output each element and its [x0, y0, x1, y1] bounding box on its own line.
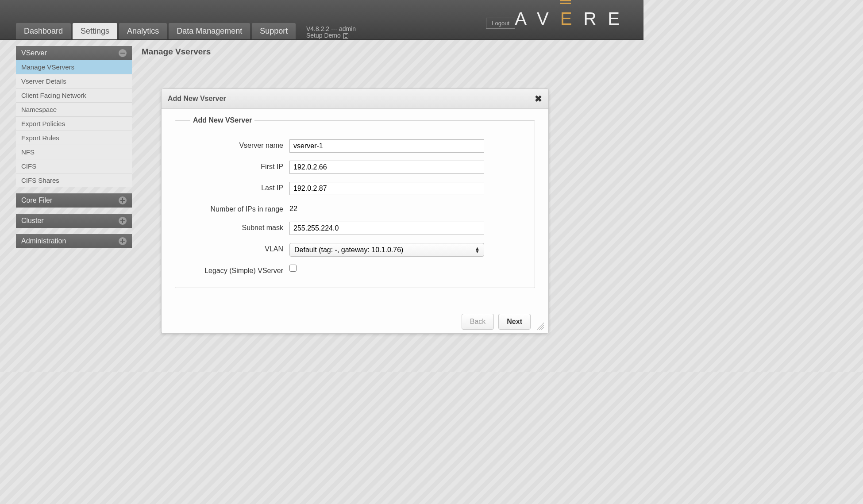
minus-icon [119, 49, 127, 57]
dialog-body: Add New VServer Vserver name First IP La… [162, 109, 548, 310]
tab-support[interactable]: Support [252, 23, 296, 39]
label-first-ip: First IP [188, 161, 289, 171]
sidebar-item-cifs-shares[interactable]: CIFS Shares [16, 173, 132, 187]
logo-letter: V [537, 9, 560, 28]
setup-link[interactable]: Setup Demo [306, 32, 341, 39]
logo-letter: A [515, 9, 537, 28]
plus-icon [119, 237, 127, 245]
sidebar-item-cifs[interactable]: CIFS [16, 159, 132, 173]
sidebar-section-label: Cluster [21, 217, 44, 225]
label-num-ips: Number of IPs in range [188, 203, 289, 214]
label-subnet-mask: Subnet mask [188, 222, 289, 232]
tab-dataman[interactable]: Data Management [169, 23, 250, 39]
sidebar-section-label: Core Filer [21, 196, 52, 204]
tab-analytics[interactable]: Analytics [119, 23, 167, 39]
plus-icon [119, 217, 127, 225]
subnet-mask-input[interactable] [289, 222, 484, 235]
sidebar-item-vserver-details[interactable]: Vserver Details [16, 74, 132, 88]
sidebar-section-vserver[interactable]: VServer [16, 46, 132, 60]
label-legacy: Legacy (Simple) VServer [188, 265, 289, 275]
first-ip-input[interactable] [289, 161, 484, 174]
legacy-checkbox[interactable] [289, 265, 297, 272]
sidebar-items: Manage VServersVserver DetailsClient Fac… [16, 60, 132, 187]
last-ip-input[interactable] [289, 182, 484, 195]
logo-letter: E [608, 9, 631, 28]
next-button[interactable]: Next [498, 314, 531, 330]
sidebar-section-label: Administration [21, 237, 66, 245]
plus-icon [119, 196, 127, 204]
logo-letter-accent: E [560, 9, 584, 29]
dialog-titlebar[interactable]: Add New Vserver ✖ [162, 89, 548, 109]
back-button[interactable]: Back [462, 314, 494, 330]
sidebar-section-cluster[interactable]: Cluster [16, 214, 132, 228]
vlan-select[interactable]: Default (tag: -, gateway: 10.1.0.76) [289, 243, 484, 257]
sidebar-section-core-filer[interactable]: Core Filer [16, 193, 132, 208]
sidebar-item-manage-vservers[interactable]: Manage VServers [16, 60, 132, 74]
top-bar: Logout AVERE V4.8.2.2 --- admin Setup De… [0, 0, 643, 40]
label-vserver-name: Vserver name [188, 139, 289, 150]
num-ips-value: 22 [289, 203, 297, 213]
resize-grip-icon[interactable] [537, 323, 544, 330]
close-icon[interactable]: ✖ [535, 93, 542, 104]
page-title: Manage Vservers [141, 46, 643, 57]
add-vserver-dialog: Add New Vserver ✖ Add New VServer Vserve… [161, 88, 549, 334]
version-text: V4.8.2.2 --- admin [306, 26, 356, 32]
logout-button[interactable]: Logout [486, 18, 515, 29]
dialog-title: Add New Vserver [168, 95, 226, 103]
label-last-ip: Last IP [188, 182, 289, 192]
sidebar: VServerManage VServersVserver DetailsCli… [16, 46, 132, 254]
sidebar-item-export-rules[interactable]: Export Rules [16, 131, 132, 145]
add-vserver-fieldset: Add New VServer Vserver name First IP La… [175, 120, 535, 288]
sidebar-item-export-policies[interactable]: Export Policies [16, 117, 132, 131]
sidebar-item-client-facing-network[interactable]: Client Facing Network [16, 88, 132, 103]
label-vlan: VLAN [188, 243, 289, 254]
tab-settings[interactable]: Settings [73, 23, 117, 39]
sidebar-section-administration[interactable]: Administration [16, 234, 132, 248]
sidebar-section-label: VServer [21, 49, 47, 57]
fieldset-legend: Add New VServer [190, 116, 254, 124]
sidebar-item-nfs[interactable]: NFS [16, 145, 132, 159]
main-tabs: DashboardSettingsAnalyticsData Managemen… [16, 23, 296, 39]
logo-letter: R [583, 9, 608, 28]
system-info: V4.8.2.2 --- admin Setup Demo [306, 26, 356, 39]
document-icon [343, 33, 348, 39]
sidebar-item-namespace[interactable]: Namespace [16, 103, 132, 117]
dialog-footer: Back Next [162, 310, 548, 333]
brand-logo: AVERE [515, 9, 631, 29]
vserver-name-input[interactable] [289, 139, 484, 153]
tab-dashboard[interactable]: Dashboard [16, 23, 71, 39]
